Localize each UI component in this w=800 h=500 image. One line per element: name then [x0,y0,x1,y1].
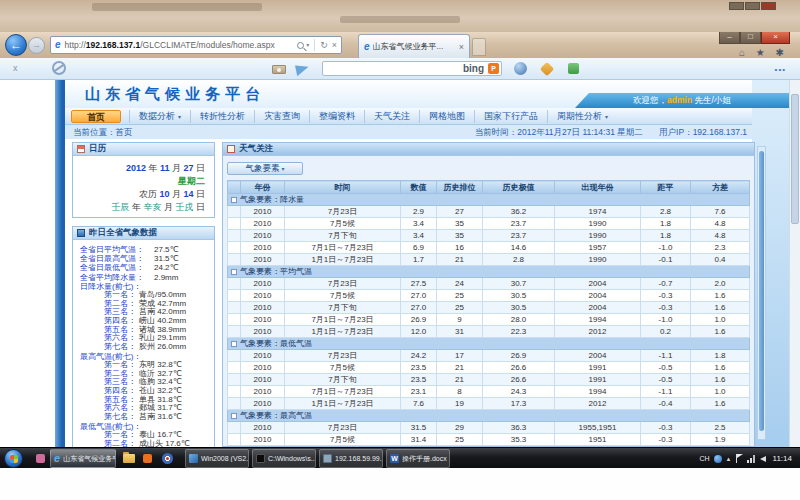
weather-watch-title: 天气关注 [239,143,273,155]
close-button[interactable]: × [761,32,790,44]
table-cell: 2010 [241,326,285,338]
quicklaunch-app-icon[interactable] [36,454,45,463]
calendar-body: 2012 年 11 月 27 日星期二农历 10 月 14 日壬辰 年 辛亥 月… [73,156,214,214]
taskbar-ie-button[interactable]: e 山东省气候业务平... [50,449,116,468]
group-row[interactable]: 气象要素：最低气温 [228,338,750,350]
menu-item-7[interactable]: 国家下行产品 [474,110,547,123]
toolbar-globe-icon[interactable] [514,62,527,75]
taskbar-app-icon[interactable] [143,454,152,463]
table-cell: 1955,1951 [555,422,641,434]
menu-item-5[interactable]: 天气关注 [364,110,419,123]
favorites-star-icon[interactable]: ★ [756,47,765,58]
table-cell: 2004 [555,278,641,290]
group-checkbox[interactable] [231,269,237,275]
bottom-margin [0,468,800,500]
browser-scrollbar[interactable] [789,80,800,447]
group-row[interactable]: 气象要素：最高气温 [228,410,750,422]
table-cell: 2010 [241,278,285,290]
table-cell: 35 [437,230,483,242]
table-cell: 26.9 [401,314,437,326]
taskbar-clock[interactable]: 11:14 [773,454,792,463]
table-cell: 2010 [241,242,285,254]
taskbar-window-button-0[interactable]: Win2008 (VS2... [185,449,249,468]
table-row: 20107月5候23.52126.61991-0.51.6 [228,362,750,374]
table-cell: 14.6 [483,242,555,254]
group-checkbox[interactable] [231,413,237,419]
group-checkbox[interactable] [231,197,237,203]
ime-globe-icon[interactable] [714,455,722,463]
toolbar-overflow-icon[interactable]: ••• [775,65,786,74]
toolbar-search-input[interactable]: bing P [322,61,502,76]
explorer-folder-icon[interactable] [123,454,135,463]
group-label: 气象要素：降水量 [240,195,304,204]
address-bar[interactable]: ehttp://192.168.137.1/GLCCLIMATE/modules… [50,36,342,54]
taskbar-window-label: Win2008 (VS2... [201,455,248,462]
menu-item-3[interactable]: 灾害查询 [254,110,309,123]
chevron-down-icon: ▾ [605,114,608,120]
maximize-button[interactable]: □ [740,32,761,44]
menu-item-2[interactable]: 转折性分析 [190,110,254,123]
stop-icon[interactable]: × [332,37,337,53]
tray-expand-icon[interactable]: ▲ [726,456,732,462]
table-cell: 1951 [555,434,641,446]
send-plane-icon[interactable] [295,63,310,76]
toolbar-addon-icon[interactable] [568,63,579,74]
menu-item-0[interactable]: 首页 [71,110,121,123]
menu-item-4[interactable]: 整编资料 [309,110,364,123]
action-center-flag-icon[interactable] [736,454,743,463]
search-icon[interactable] [297,42,304,49]
new-tab-button[interactable] [472,38,486,56]
taskbar-window-button-1[interactable]: C:\Windows\s... [252,449,316,468]
block-icon[interactable] [52,61,66,75]
toolbar-close-icon[interactable]: x [13,63,18,73]
forward-button[interactable]: → [28,37,45,54]
start-button[interactable] [4,449,23,468]
table-row: 20107月1日～7月23日26.9928.01994-1.01.0 [228,314,750,326]
home-icon[interactable]: ⌂ [739,47,745,58]
menu-item-6[interactable]: 网格地图 [419,110,474,123]
weather-rank-row: 第七名：胶州 26.0mm [80,343,214,352]
table-cell: 31.4 [401,434,437,446]
tab-close-icon[interactable]: × [459,42,464,52]
table-cell: 23.7 [483,230,555,242]
table-cell: -0.3 [641,434,691,446]
column-header: 历史排位 [437,181,483,194]
watch-icon [227,145,235,153]
network-icon[interactable] [747,455,756,463]
back-button[interactable]: ← [5,34,27,56]
taskbar: e 山东省气候业务平... Win2008 (VS2...C:\Windows\… [0,447,800,468]
chevron-down-icon: ▾ [178,114,181,120]
panel-scrollbar-thumb[interactable] [759,151,764,431]
browser-tab[interactable]: e 山东省气候业务平... × [358,34,470,58]
panel-scrollbar[interactable] [757,146,766,440]
group-row[interactable]: 气象要素：平均气温 [228,266,750,278]
minimize-button[interactable]: – [719,32,740,44]
element-filter-button[interactable]: 气象要素▾ [227,162,303,175]
column-header: 出现年份 [555,181,641,194]
snapshot-icon[interactable] [272,65,286,74]
table-cell: 9 [437,314,483,326]
table-cell: 2010 [241,350,285,362]
toolbar-gem-icon[interactable] [540,62,554,76]
group-checkbox[interactable] [231,341,237,347]
language-indicator[interactable]: CH [699,455,709,462]
table-cell: 16 [437,242,483,254]
media-player-icon[interactable] [162,453,173,464]
menu-item-8[interactable]: 周期性分析▾ [547,110,617,123]
table-cell: 2.8 [483,254,555,266]
tab-favicon: e [364,41,370,52]
menu-item-1[interactable]: 数据分析▾ [129,110,190,123]
table-cell: 0.2 [641,326,691,338]
taskbar-window-button-3[interactable]: W操作手册.docx ... [386,449,450,468]
taskbar-window-button-2[interactable]: 192.168.59.99... [319,449,383,468]
tools-gear-icon[interactable]: ✱ [776,47,784,58]
group-row[interactable]: 气象要素：降水量 [228,194,750,206]
volume-icon[interactable] [760,456,766,462]
table-row: 20107月5候31.42535.31951-0.31.9 [228,434,750,446]
table-cell: 1.6 [691,374,750,386]
browser-scrollbar-thumb[interactable] [791,94,799,224]
table-row: 20107月23日31.52936.31955,1951-0.32.5 [228,422,750,434]
menu-item-label: 天气关注 [374,111,410,121]
refresh-icon[interactable]: ↻ [320,37,328,53]
search-provider-icon[interactable]: P [488,63,499,74]
